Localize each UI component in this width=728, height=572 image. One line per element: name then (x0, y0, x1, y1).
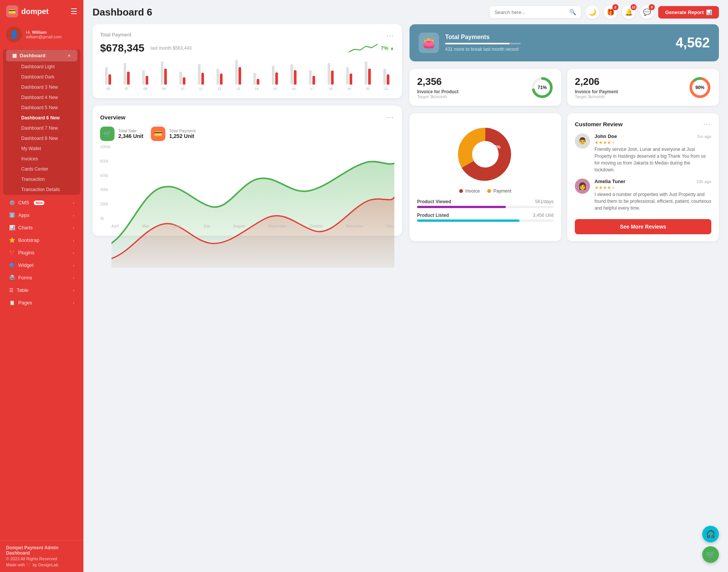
sidebar-item-table[interactable]: ☰ Table › (3, 284, 80, 296)
sidebar-item-cards-center[interactable]: Cards Center (6, 164, 77, 174)
payment-dot (487, 189, 491, 193)
review-title: Customer Review (575, 121, 623, 127)
sidebar-item-dashboard-dark[interactable]: Dashboard Dark (6, 72, 77, 82)
product-listed-label: Product Listed (417, 213, 449, 218)
bar-group-17: 17 (304, 58, 320, 91)
bar-red-08 (146, 76, 148, 85)
review-more-button[interactable]: ··· (703, 120, 711, 128)
pie-chart-wrap: 62% 38% (417, 124, 554, 185)
sidebar-item-dashboard[interactable]: ▦ Dashboard ▼ (6, 50, 77, 61)
sidebar-item-my-wallet[interactable]: My Wallet (6, 144, 77, 154)
bar-group-20: 20 (359, 58, 376, 91)
sidebar-item-cms[interactable]: ⚙️ CMS New › (3, 197, 80, 208)
sidebar-item-dashboard-8[interactable]: Dashboard 8 New (6, 133, 77, 143)
review-stars-1: ★★★★★ (595, 140, 711, 145)
review-item-2: 👩 Amelia Tuner 10h ago ★★★★★ I viewed a … (575, 179, 711, 212)
total-payment-card: Total Payment ··· $678,345 last month $5… (93, 24, 402, 98)
sidebar-item-dashboard-7[interactable]: Dashboard 7 New (6, 123, 77, 133)
message-badge: 5 (649, 4, 655, 10)
area-chart-svg (111, 145, 394, 268)
pages-icon: 📋 (9, 300, 15, 306)
overview-card: Overview ··· 🛒 Total Sale 2,346 Unit 💳 (93, 106, 402, 236)
forms-icon: 🖨️ (9, 275, 15, 281)
sidebar-item-transaction-details[interactable]: Transaction Details (6, 185, 77, 194)
search-bar[interactable]: 🔍 (490, 6, 581, 18)
payments-progress-fill (445, 43, 510, 44)
sidebar-item-transaction[interactable]: Transaction (6, 174, 77, 184)
bar-group-14: 14 (248, 58, 265, 91)
gift-icon-button[interactable]: 🎁 2 (604, 5, 617, 19)
overview-payment-value: 1,252 Unit (169, 133, 196, 139)
chevron-right-icon-pages: › (73, 301, 74, 305)
plugins-icon: ❤️ (9, 250, 15, 255)
invoice-product-value: 2,356 (417, 76, 458, 88)
see-more-reviews-button[interactable]: See More Reviews (575, 219, 711, 234)
invoice-legend-label: Invoice (465, 188, 480, 194)
bar-group-19: 19 (341, 58, 357, 91)
invoice-payment-target: Target 3k/month (575, 94, 618, 99)
legend-payment: Payment (487, 188, 511, 194)
bar-gray-07 (124, 63, 126, 85)
sidebar-item-bootstrap[interactable]: ⭐ Bootstrap › (3, 234, 80, 246)
blue-card-subtitle: 431 more to break last month record (445, 47, 521, 52)
message-icon-button[interactable]: 💬 5 (640, 5, 654, 19)
bar-gray-09 (161, 61, 163, 85)
badge-new-d5: New (49, 105, 58, 110)
total-payment-title: Total Payment (100, 32, 131, 38)
product-listed-row: Product Listed 3,456 Unit (417, 213, 554, 222)
bar-red-12 (220, 74, 223, 85)
bar-red-11 (201, 73, 204, 85)
sparkline-chart (349, 42, 379, 54)
support-float-button[interactable]: 🎧 (702, 526, 719, 542)
total-payment-amount: $678,345 (100, 42, 144, 54)
sidebar-item-apps[interactable]: ℹ️ Apps › (3, 209, 80, 221)
apps-icon: ℹ️ (9, 212, 15, 218)
sidebar-item-dashboard-5[interactable]: Dashboard 5 New (6, 103, 77, 113)
bar-gray-16 (290, 64, 293, 85)
overview-more-button[interactable]: ··· (386, 113, 394, 121)
sidebar-item-dashboard-3[interactable]: Dashboard 3 New (6, 82, 77, 92)
menu-toggle-icon[interactable]: ☰ (71, 7, 77, 16)
svg-text:62%: 62% (474, 154, 484, 159)
theme-toggle-button[interactable]: 🌙 (585, 5, 599, 19)
chevron-down-icon: ▼ (67, 53, 71, 58)
pie-chart-card: 62% 38% Invoice Payment (410, 113, 561, 241)
bar-gray-14 (253, 73, 256, 85)
sidebar-item-invoices[interactable]: Invoices (6, 154, 77, 164)
badge-new-d3: New (49, 85, 58, 90)
sidebar-item-dashboard-4[interactable]: Dashboard 4 New (6, 92, 77, 102)
total-payments-value: 4,562 (676, 35, 710, 51)
sidebar-item-plugins[interactable]: ❤️ Plugins › (3, 247, 80, 259)
area-chart-x-labels: April May June July August September Oct… (111, 224, 394, 228)
bar-gray-08 (142, 70, 145, 85)
review-text-2: I viewed a number of properties with Jus… (595, 191, 711, 212)
bell-icon-button[interactable]: 🔔 12 (622, 5, 635, 19)
review-avatar-2: 👩 (575, 179, 590, 194)
chevron-right-icon: › (73, 201, 74, 205)
generate-report-button[interactable]: Generate Report 📊 (658, 6, 719, 19)
donut-pct-payment: 90% (695, 85, 704, 90)
svg-text:38%: 38% (491, 144, 500, 150)
sidebar-item-dashboard-6[interactable]: Dashboard 6 New (6, 113, 77, 123)
sidebar-item-charts[interactable]: 📊 Charts › (3, 222, 80, 234)
bar-gray-21 (383, 69, 386, 85)
invoice-product-donut: 71% (531, 76, 554, 99)
sidebar-item-widget[interactable]: 🔷 Widget › (3, 259, 80, 271)
bar-red-10 (183, 77, 185, 85)
sidebar-item-dashboard-light[interactable]: Dashboard Light (6, 62, 77, 72)
total-sale-stat: 🛒 Total Sale 2,346 Unit (100, 127, 143, 141)
bar-group-15: 15 (267, 58, 283, 91)
chevron-right-icon-charts: › (73, 226, 74, 230)
bar-gray-12 (217, 69, 219, 85)
sidebar-item-forms[interactable]: 🖨️ Forms › (3, 272, 80, 284)
search-input[interactable] (494, 9, 566, 15)
sidebar-item-pages[interactable]: 📋 Pages › (3, 297, 80, 309)
cart-float-button[interactable]: 🛒 (702, 546, 719, 563)
total-payment-more-button[interactable]: ··· (386, 32, 394, 40)
sidebar-logo[interactable]: 💳 dompet (6, 5, 49, 17)
bar-gray-18 (328, 63, 330, 85)
total-payment-stat: 💳 Total Payment 1,252 Unit (151, 127, 196, 141)
right-column: 👛 Total Payments 431 more to break last … (410, 24, 719, 398)
bar-red-19 (350, 74, 352, 85)
bar-group-12: 12 (211, 58, 228, 91)
